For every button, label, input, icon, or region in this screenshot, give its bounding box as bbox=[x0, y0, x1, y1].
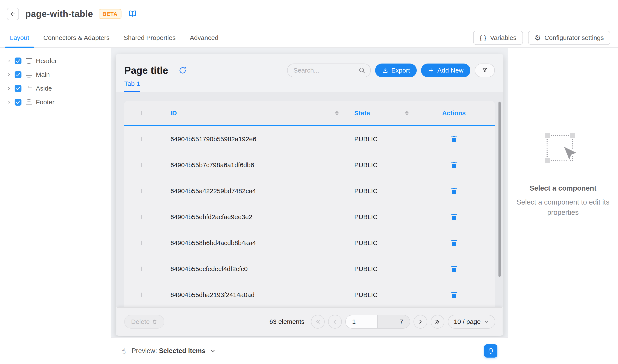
delete-row-button[interactable] bbox=[449, 212, 459, 222]
table-row: 64904b55dba2193f2414a0ad PUBLIC bbox=[124, 282, 495, 307]
download-icon bbox=[382, 67, 388, 74]
chevron-right-icon[interactable] bbox=[7, 59, 11, 63]
main-tabbar: Layout Connectors & Adapters Shared Prop… bbox=[0, 28, 618, 48]
cursor-arrow-icon bbox=[560, 144, 582, 169]
preview-mode-bar: ☝ Preview: Selected items bbox=[111, 338, 508, 364]
chevron-down-icon[interactable] bbox=[210, 348, 216, 354]
tree-item-label: Main bbox=[36, 71, 50, 78]
tab-layout[interactable]: Layout bbox=[9, 28, 30, 48]
preview-canvas: Page title bbox=[111, 48, 508, 338]
cell-id: 64904b55dba2193f2414a0ad bbox=[170, 291, 255, 299]
row-checkbox[interactable] bbox=[141, 189, 142, 193]
trash-outline-icon bbox=[152, 319, 157, 325]
page-size-select[interactable]: 10 / page bbox=[448, 315, 495, 329]
cell-id: 64904b55a422259bd7482ca4 bbox=[170, 187, 256, 195]
chevron-right-icon[interactable] bbox=[7, 87, 11, 90]
table-zone: ID State Actions bbox=[116, 92, 503, 307]
tree-item-main[interactable]: Main bbox=[0, 68, 111, 81]
table-row: 64904b55ebfd2acfae9ee3e2 PUBLIC bbox=[124, 204, 495, 230]
page-title-heading: page-with-table bbox=[25, 9, 93, 19]
tab-connectors-adapters[interactable]: Connectors & Adapters bbox=[43, 28, 110, 48]
trash-icon bbox=[450, 187, 458, 195]
configurator-settings-button[interactable]: ⚙ Configurator settings bbox=[528, 31, 610, 45]
trash-icon bbox=[450, 291, 458, 299]
checkbox-checked[interactable] bbox=[15, 99, 22, 105]
plus-icon bbox=[428, 67, 434, 74]
checkbox-checked[interactable] bbox=[15, 85, 22, 92]
preview-tab-1[interactable]: Tab 1 bbox=[124, 80, 140, 92]
prev-page-button[interactable] bbox=[328, 315, 342, 329]
row-checkbox[interactable] bbox=[141, 163, 142, 167]
export-button[interactable]: Export bbox=[375, 64, 417, 77]
row-checkbox[interactable] bbox=[141, 137, 142, 141]
table-footer: Delete 63 elements bbox=[117, 307, 502, 336]
cell-state: PUBLIC bbox=[354, 239, 377, 247]
preview-page-title: Page title bbox=[124, 65, 168, 76]
layout-tree-sidebar: Header Main Aside Footer bbox=[0, 48, 111, 364]
delete-row-button[interactable] bbox=[449, 263, 459, 274]
tab-shared-properties[interactable]: Shared Properties bbox=[123, 28, 176, 48]
sort-icon[interactable] bbox=[335, 111, 339, 116]
cell-state: PUBLIC bbox=[354, 161, 377, 169]
total-pages-value: 7 bbox=[378, 315, 410, 328]
chevron-right-icon[interactable] bbox=[7, 73, 11, 77]
chevron-down-icon bbox=[484, 319, 489, 324]
preview-mode-label[interactable]: Preview: Selected items bbox=[131, 347, 206, 355]
column-header-id[interactable]: ID bbox=[170, 109, 177, 117]
search-box bbox=[287, 64, 371, 77]
tree-item-aside[interactable]: Aside bbox=[0, 81, 111, 95]
tree-item-footer[interactable]: Footer bbox=[0, 95, 111, 109]
scrollbar-thumb[interactable] bbox=[499, 102, 501, 277]
table-scrollbar[interactable] bbox=[498, 101, 501, 277]
select-component-icon bbox=[545, 133, 581, 171]
delete-row-button[interactable] bbox=[449, 238, 459, 248]
cell-state: PUBLIC bbox=[354, 291, 377, 299]
tab-advanced[interactable]: Advanced bbox=[189, 28, 219, 48]
tree-item-header[interactable]: Header bbox=[0, 54, 111, 68]
chevron-right-icon bbox=[417, 318, 424, 325]
double-chevron-right-icon bbox=[434, 318, 441, 325]
sort-icon[interactable] bbox=[405, 111, 409, 116]
row-checkbox[interactable] bbox=[141, 241, 142, 245]
docs-book-icon[interactable] bbox=[128, 10, 137, 18]
row-checkbox[interactable] bbox=[141, 293, 142, 297]
filter-button[interactable] bbox=[475, 64, 495, 77]
chevron-right-icon[interactable] bbox=[7, 100, 11, 104]
search-icon[interactable] bbox=[358, 67, 366, 74]
column-header-state[interactable]: State bbox=[354, 109, 370, 117]
add-new-button[interactable]: Add New bbox=[421, 64, 470, 77]
first-page-button[interactable] bbox=[311, 315, 325, 329]
cell-id: 64904b558b6bd4acdb8b4aa4 bbox=[170, 239, 256, 247]
beta-badge: BETA bbox=[99, 9, 121, 19]
back-button[interactable] bbox=[7, 8, 19, 20]
variables-button[interactable]: { } Variables bbox=[473, 31, 523, 45]
trash-icon bbox=[450, 239, 458, 247]
page-number-input[interactable]: 1 7 bbox=[345, 315, 410, 329]
cell-state: PUBLIC bbox=[354, 187, 377, 195]
select-all-checkbox[interactable] bbox=[141, 111, 142, 115]
inspector-panel: Select a component Select a component to… bbox=[508, 48, 618, 364]
delete-selected-button[interactable]: Delete bbox=[124, 315, 164, 329]
table-row: 64904b55ecfedecf4df2cfc0 PUBLIC bbox=[124, 256, 495, 282]
pointing-hand-icon: ☝ bbox=[121, 346, 126, 355]
layout-main-icon bbox=[26, 72, 32, 78]
row-checkbox[interactable] bbox=[141, 267, 142, 271]
refresh-icon[interactable] bbox=[179, 66, 187, 75]
page-preview-card: Page title bbox=[116, 54, 503, 336]
delete-row-button[interactable] bbox=[449, 186, 459, 196]
next-page-button[interactable] bbox=[413, 315, 427, 329]
cell-state: PUBLIC bbox=[354, 135, 377, 143]
tree-item-label: Aside bbox=[36, 85, 52, 92]
checkbox-checked[interactable] bbox=[15, 57, 22, 64]
current-page-value[interactable]: 1 bbox=[346, 315, 378, 328]
last-page-button[interactable] bbox=[431, 315, 444, 329]
row-checkbox[interactable] bbox=[141, 215, 142, 219]
delete-row-button[interactable] bbox=[449, 289, 459, 300]
notifications-button[interactable] bbox=[484, 344, 497, 358]
column-header-actions: Actions bbox=[442, 109, 466, 117]
tabbar-actions: { } Variables ⚙ Configurator settings bbox=[473, 31, 610, 45]
checkbox-checked[interactable] bbox=[15, 71, 22, 78]
search-input[interactable] bbox=[294, 67, 358, 74]
delete-row-button[interactable] bbox=[449, 160, 459, 170]
delete-row-button[interactable] bbox=[449, 134, 459, 144]
